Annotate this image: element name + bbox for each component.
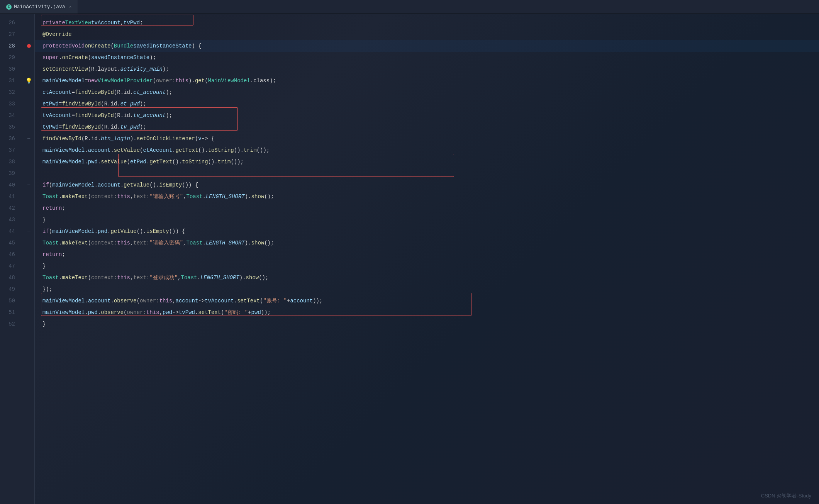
ln-44: 44	[3, 226, 18, 237]
ln-31: 31	[3, 75, 18, 87]
ln-50: 50	[3, 295, 18, 307]
code-line-40: if ( mainViewModel . account . getValue …	[35, 179, 819, 191]
ln-47: 47	[3, 260, 18, 272]
gutter-27	[23, 29, 34, 40]
ln-37: 37	[3, 144, 18, 156]
ln-26: 26	[3, 17, 18, 29]
code-line-27: @Override	[35, 29, 819, 40]
gutter-30	[23, 63, 34, 75]
ln-28: 28	[3, 40, 18, 52]
gutter-34	[23, 110, 34, 121]
gutter-40-fold[interactable]	[23, 179, 34, 191]
gutter-45	[23, 237, 34, 249]
ln-34: 34	[3, 110, 18, 121]
code-line-29: super . onCreate ( savedInstanceState );	[35, 52, 819, 63]
ln-43: 43	[3, 214, 18, 226]
ln-36: 36	[3, 133, 18, 144]
code-line-50: mainViewModel . account . observe ( owne…	[35, 295, 819, 307]
tab-mainactivity[interactable]: C MainActivity.java ×	[0, 0, 78, 14]
code-line-32: etAccount = findViewById (R.id. et_accou…	[35, 87, 819, 98]
code-line-48: Toast . makeText ( context: this , text:…	[35, 272, 819, 283]
code-line-37: mainViewModel . account . setValue ( etA…	[35, 144, 819, 156]
gutter-37	[23, 144, 34, 156]
code-line-33: etPwd = findViewById (R.id. et_pwd );	[35, 98, 819, 110]
ln-48: 48	[3, 272, 18, 283]
ln-49: 49	[3, 283, 18, 295]
code-content[interactable]: private TextView tvAccount , tvPwd ; @Ov…	[35, 14, 819, 504]
ln-39: 39	[3, 168, 18, 179]
gutter-36-fold[interactable]	[23, 133, 34, 144]
code-area: 26 27 28 29 30 31 32 33 34 35 36 37 38 3…	[0, 14, 819, 504]
editor-container: C MainActivity.java × 26 27 28 29 30 31 …	[0, 0, 819, 504]
gutter-48	[23, 272, 34, 283]
gutter-28-breakpoint[interactable]	[23, 40, 34, 52]
code-line-26: private TextView tvAccount , tvPwd ;	[35, 17, 819, 29]
ln-27: 27	[3, 29, 18, 40]
gutter: 💡	[23, 14, 35, 504]
tab-bar: C MainActivity.java ×	[0, 0, 819, 14]
code-line-28: protected void onCreate ( Bundle savedIn…	[35, 40, 819, 52]
ln-29: 29	[3, 52, 18, 63]
ln-42: 42	[3, 202, 18, 214]
code-line-30: setContentView (R.layout. activity_main …	[35, 63, 819, 75]
gutter-31-bulb[interactable]: 💡	[23, 75, 34, 87]
gutter-32	[23, 87, 34, 98]
ln-32: 32	[3, 87, 18, 98]
ln-38: 38	[3, 156, 18, 168]
ln-41: 41	[3, 191, 18, 202]
code-line-41: Toast . makeText ( context: this , text:…	[35, 191, 819, 202]
ln-46: 46	[3, 249, 18, 260]
ln-30: 30	[3, 63, 18, 75]
tab-filename: MainActivity.java	[14, 4, 65, 10]
watermark: CSDN @初学者-Study	[761, 492, 811, 499]
gutter-41	[23, 191, 34, 202]
code-line-42: return ;	[35, 202, 819, 214]
tab-close-button[interactable]: ×	[69, 5, 72, 9]
ln-35: 35	[3, 121, 18, 133]
code-line-34: tvAccount = findViewById (R.id. tv_accou…	[35, 110, 819, 121]
gutter-49	[23, 283, 34, 295]
code-line-36: findViewById (R.id. btn_login ). setOnCl…	[35, 133, 819, 144]
gutter-38	[23, 156, 34, 168]
gutter-29	[23, 52, 34, 63]
gutter-52	[23, 318, 34, 330]
gutter-43	[23, 214, 34, 226]
code-line-31: mainViewModel = new ViewModelProvider ( …	[35, 75, 819, 87]
gutter-44-fold[interactable]	[23, 226, 34, 237]
code-line-52: }	[35, 318, 819, 330]
ln-33: 33	[3, 98, 18, 110]
ln-51: 51	[3, 307, 18, 318]
code-line-47: }	[35, 260, 819, 272]
code-line-46: return ;	[35, 249, 819, 260]
code-line-38: mainViewModel . pwd . setValue ( etPwd .…	[35, 156, 819, 168]
gutter-42	[23, 202, 34, 214]
line-numbers: 26 27 28 29 30 31 32 33 34 35 36 37 38 3…	[0, 14, 23, 504]
ln-40: 40	[3, 179, 18, 191]
ln-52: 52	[3, 318, 18, 330]
code-line-44: if ( mainViewModel . pwd . getValue (). …	[35, 226, 819, 237]
code-line-51: mainViewModel . pwd . observe ( owner: t…	[35, 307, 819, 318]
code-line-43: }	[35, 214, 819, 226]
gutter-39	[23, 168, 34, 179]
gutter-33	[23, 98, 34, 110]
gutter-50	[23, 295, 34, 307]
ln-45: 45	[3, 237, 18, 249]
gutter-47	[23, 260, 34, 272]
code-line-35: tvPwd = findViewById (R.id. tv_pwd );	[35, 121, 819, 133]
code-line-49: });	[35, 283, 819, 295]
gutter-35	[23, 121, 34, 133]
code-line-45: Toast . makeText ( context: this , text:…	[35, 237, 819, 249]
code-line-39	[35, 168, 819, 179]
gutter-46	[23, 249, 34, 260]
gutter-51	[23, 307, 34, 318]
java-file-icon: C	[6, 4, 12, 10]
gutter-26	[23, 17, 34, 29]
